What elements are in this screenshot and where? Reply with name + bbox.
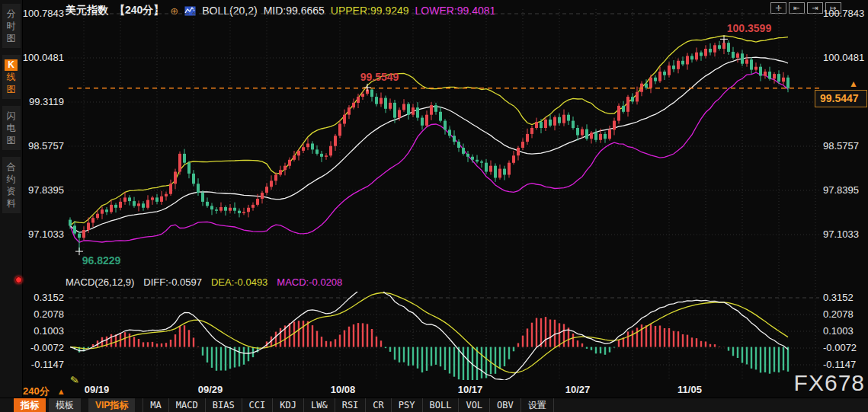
indicator-button-settings[interactable]: 设置 xyxy=(520,398,554,412)
tab-vip-indicators[interactable]: VIP指标 xyxy=(88,398,135,412)
indicator-button-cr[interactable]: CR xyxy=(365,398,390,412)
price-axis-label-left: 97.1033 xyxy=(3,228,64,240)
price-axis-label-left: 97.8395 xyxy=(3,184,64,196)
macd-axis-label-right: 0.3152 xyxy=(823,292,854,303)
macd-axis-label-left: 0.1003 xyxy=(3,325,64,337)
indicator-button-psy[interactable]: PSY xyxy=(391,398,422,412)
macd-axis-label-left: -0.1147 xyxy=(3,359,64,370)
price-axis-label-right: 100.0481 xyxy=(823,52,864,63)
x-axis-date-label: 10/27 xyxy=(565,384,591,395)
svg-text:99.5549: 99.5549 xyxy=(360,71,399,83)
indicator-button-ma[interactable]: MA xyxy=(143,398,168,412)
tab-indicators[interactable]: 指标 xyxy=(14,398,46,412)
price-axis-label-left: 100.7843 xyxy=(3,8,64,19)
macd-axis-label-right: 0.1003 xyxy=(823,325,854,337)
svg-text:96.8229: 96.8229 xyxy=(82,254,121,267)
period-selector-label: 240分 xyxy=(23,385,50,397)
goto-last-price-icon[interactable]: ▲ xyxy=(849,78,858,89)
price-axis-label-left: 98.5757 xyxy=(3,140,64,152)
x-axis-date-label: 11/05 xyxy=(677,384,702,395)
indicator-button-bias[interactable]: BIAS xyxy=(205,398,242,412)
last-price-tag: 99.5447 xyxy=(815,90,867,107)
chart-canvas[interactable]: 99.5549100.359996.8229 xyxy=(0,0,868,412)
x-axis-date-label: 10/08 xyxy=(331,384,356,395)
period-selector[interactable]: 240分▲ xyxy=(23,385,66,398)
period-expand-icon: ▲ xyxy=(57,387,66,396)
svg-text:100.3599: 100.3599 xyxy=(727,22,772,34)
price-axis-label-right: 100.7843 xyxy=(823,8,864,19)
macd-header: MACD(26,12,9) DIFF:-0.0597 DEA:-0.0493 M… xyxy=(66,276,342,288)
macd-macd-value: MACD:-0.0208 xyxy=(277,276,342,288)
macd-axis-label-left: -0.0072 xyxy=(3,342,64,353)
draw-pencil-icon[interactable]: ✎ xyxy=(69,373,80,386)
macd-axis-label-right: -0.0072 xyxy=(823,342,857,353)
indicator-button-rsi[interactable]: RSI xyxy=(335,398,366,412)
indicator-button-boll[interactable]: BOLL xyxy=(422,398,459,412)
price-axis-label-left: 100.0481 xyxy=(3,52,64,63)
watermark: FX678 xyxy=(794,370,865,396)
indicator-button-lwr[interactable]: LW& xyxy=(303,398,335,412)
indicator-button-cci[interactable]: CCI xyxy=(242,398,273,412)
x-axis-date-label: 10/17 xyxy=(458,384,483,395)
x-axis-date-label: 09/29 xyxy=(198,384,223,395)
macd-axis-label-right: 0.2078 xyxy=(823,308,854,320)
tab-templates[interactable]: 模板 xyxy=(49,398,81,412)
price-axis-label-right: 97.8395 xyxy=(823,184,859,196)
macd-axis-label-left: 0.3152 xyxy=(3,292,64,303)
indicator-button-vol[interactable]: VOL xyxy=(458,398,489,412)
price-axis-label-right: 98.5757 xyxy=(823,140,859,152)
x-axis-date-label: 09/19 xyxy=(85,384,110,395)
macd-diff-value: DIFF:-0.0597 xyxy=(143,276,202,288)
macd-axis-label-left: 0.2078 xyxy=(3,308,64,320)
macd-dea-value: DEA:-0.0493 xyxy=(211,276,267,288)
macd-axis-label-right: -0.1147 xyxy=(823,359,856,370)
indicator-button-kdj[interactable]: KDJ xyxy=(272,398,303,412)
macd-formula-label: MACD(26,12,9) xyxy=(66,276,134,288)
price-axis-label-left: 99.3119 xyxy=(3,96,64,107)
price-axis-label-right: 97.1033 xyxy=(823,228,859,240)
trading-app-window: 分时图K线图闪电图合约资料 美元指数 【240分】 ⊕ BOLL(20,2) M… xyxy=(0,0,868,412)
indicator-button-obv[interactable]: OBV xyxy=(489,398,520,412)
indicator-toolbar: 指标模板VIP指标MAMACDBIASCCIKDJLW&RSICRPSYBOLL… xyxy=(0,398,868,412)
indicator-button-macd[interactable]: MACD xyxy=(168,398,205,412)
